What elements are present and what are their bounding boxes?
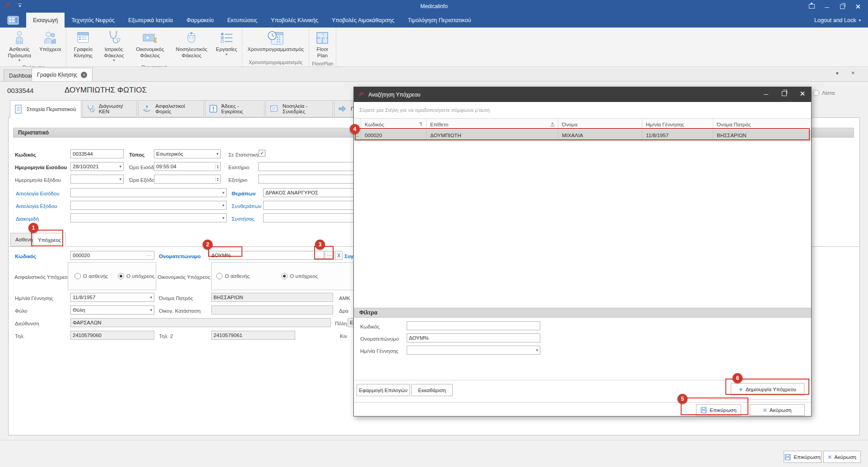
ribbon-button-ergasies[interactable]: Εργασίες ▾: [213, 28, 240, 58]
radio-o-asthenis[interactable]: Ο ασθενής: [216, 273, 250, 279]
aitiologia-in-select[interactable]: ▾: [70, 188, 227, 197]
obligor-kodikos-label[interactable]: Κωδικός: [15, 252, 36, 260]
form-tab-adeies-egkriseis[interactable]: Άδειες - Εγκρίσεις: [205, 100, 265, 117]
menu-tab-timologisi[interactable]: Τιμολόγηση Περιστατικού: [401, 13, 478, 28]
doc-tab-grafeio-kinisis[interactable]: Γραφείο Κίνησης ×: [32, 68, 93, 81]
form-tab-nosileia-synedries[interactable]: Νοσηλεία - Συνεδρίες: [265, 100, 333, 117]
onomateponymo-label[interactable]: Ονοματεπώνυμο: [159, 252, 200, 260]
subtab-ypochreos[interactable]: Υπόχρεος: [33, 233, 66, 247]
filter-icon[interactable]: [419, 122, 423, 126]
menu-tab-farmakeio[interactable]: Φαρμακείο: [180, 13, 220, 28]
ribbon-button-iatrikos-fakelos[interactable]: Ιατρικός Φάκελος ▾: [98, 28, 130, 64]
ribbon-button-astheneis-prosopa[interactable]: Ασθενείς Πρόσωπα ▾: [3, 28, 36, 64]
app-menu-button[interactable]: [0, 13, 26, 28]
chevron-down-icon: ▾: [221, 203, 224, 208]
systisas-field[interactable]: [263, 213, 356, 222]
column-header-father[interactable]: Όνομα Πατρός: [713, 119, 811, 130]
form-tab-diagnosi-ken[interactable]: Διάγνωση/ΚΕΝ: [82, 100, 137, 117]
radio-o-ypochreos[interactable]: Ο υπόχρεος: [281, 273, 318, 279]
create-obligor-button[interactable]: + Δημιουργία Υπόχρεου: [731, 383, 804, 395]
menu-tab-ypovoles-klinikis[interactable]: Υποβολές Κλινικής: [264, 13, 325, 28]
onomateponymo-clear-button[interactable]: X: [335, 251, 343, 260]
menu-tab-texnitos-nefros[interactable]: Τεχνητός Νεφρός: [65, 13, 121, 28]
typos-select[interactable]: Εσωτερικός▾: [154, 149, 221, 158]
tel-field[interactable]: 2410579060: [70, 331, 154, 340]
radio-o-ypochreos[interactable]: Ο υπόχρεος: [118, 273, 154, 279]
aitiologia-in-label[interactable]: Αιτιολογία Εισόδου: [16, 190, 59, 198]
therapon-field[interactable]: ΔΡΑΚΟΣ ΑΝΑΡΓΥΡΟΣ: [263, 188, 356, 197]
group-by-hint-bar[interactable]: Σύρετε μια Στήλη για να ομαδοποιήσετε σύ…: [354, 102, 811, 119]
dialog-maximize-button[interactable]: [775, 87, 793, 100]
fylo-select[interactable]: Θύλη▾: [70, 305, 154, 314]
eisitirio-field[interactable]: [258, 162, 356, 171]
result-row-selected[interactable]: → 000020 ΔΟΥΜΠΙΩΤΗ ΜΙΧΑΛΙΑ 11/8/1957 ΒΗΣ…: [354, 130, 811, 141]
tab-strip-close-icon[interactable]: ×: [851, 69, 855, 76]
form-tab-stoixeia-peristatikou[interactable]: Στοιχεία Περιστατικού: [10, 100, 81, 118]
exitirio-field[interactable]: [258, 175, 356, 184]
address-field[interactable]: ΦΑΡΣΑΛΩΝ: [70, 318, 331, 327]
dialog-close-button[interactable]: [793, 87, 811, 100]
footer-akyrosi-button[interactable]: × Ακύρωση: [823, 451, 861, 463]
ribbon-button-nosileftikos-fakelos[interactable]: Νοσηλευτικός Φάκελος: [170, 28, 213, 60]
logout-and-lock-button[interactable]: Logout and Lock ▾: [814, 13, 868, 28]
menu-tab-eisagogi[interactable]: Εισαγωγή: [26, 13, 65, 28]
apply-filters-button[interactable]: Εφαρμογή Επιλογών: [357, 384, 410, 396]
ellipsis-lookup-icon[interactable]: ···: [145, 253, 152, 258]
father-field[interactable]: ΒΗΣΣΑΡΙΩΝ: [211, 293, 333, 302]
sort-ascending-icon[interactable]: [551, 122, 555, 127]
date-out-select[interactable]: ▾: [70, 175, 124, 184]
menu-tab-exoterika-iatreia[interactable]: Εξωτερικά Ιατρεία: [121, 13, 180, 28]
restore-button[interactable]: [835, 0, 850, 13]
therapon-label[interactable]: Θεράπων: [232, 190, 255, 198]
spinner-icon[interactable]: ▴▾: [215, 164, 218, 169]
kodikos-field[interactable]: 0033544: [70, 149, 124, 158]
filter-birth-select[interactable]: ▾: [407, 346, 540, 355]
oikog-katastasi-field[interactable]: [211, 305, 333, 314]
column-header-kodikos[interactable]: Κωδικός: [361, 119, 427, 130]
ribbon-button-floor-plan[interactable]: Floor Plan: [311, 28, 334, 60]
diakomidi-label[interactable]: Διακομιδή: [16, 215, 39, 223]
date-in-select[interactable]: 28/10/2021▾: [70, 162, 124, 171]
ribbon-button-oikonomikos-fakelos[interactable]: Οικονομικός Φάκελος: [130, 28, 170, 60]
view-mode-lista-radio[interactable]: Λίστα: [813, 90, 835, 96]
ribbon-button-grafeio-kinisis[interactable]: Γραφείο Κίνησης: [68, 28, 98, 60]
menu-tab-ypovoles-aimokatharsis[interactable]: Υποβολές Αιμοκάθαρσης: [325, 13, 401, 28]
syntherapon-field[interactable]: [263, 201, 356, 210]
time-out-spinner[interactable]: ▴▾: [154, 175, 221, 184]
column-header-onoma[interactable]: Όνομα: [558, 119, 642, 130]
diakomidi-select[interactable]: ▾: [70, 213, 227, 222]
aitiologia-out-label[interactable]: Αιτιολογία Εξόδου: [16, 202, 57, 210]
spinner-icon[interactable]: ▴▾: [215, 177, 218, 181]
footer-epikyrosi-button[interactable]: Επικύρωση: [784, 451, 822, 463]
tab-list-caret-icon[interactable]: ▾: [836, 70, 839, 76]
dialog-epikyrosi-button[interactable]: Επικύρωση: [696, 404, 741, 416]
ribbon-pin-button[interactable]: [804, 0, 819, 13]
dialog-titlebar[interactable]: Αναζήτηση Υπόχρεου: [354, 87, 811, 102]
filter-kodikos-input[interactable]: [407, 321, 540, 330]
birth-select[interactable]: 11/8/1957▾: [70, 293, 154, 302]
tab-close-icon[interactable]: ×: [81, 72, 87, 78]
column-header-epitheto[interactable]: Επίθετο: [427, 119, 558, 130]
aitiologia-out-select[interactable]: ▾: [70, 201, 227, 210]
time-in-spinner[interactable]: 09:55:04▴▾: [154, 162, 221, 171]
syntherapon-label[interactable]: Συνθεράπων: [232, 202, 261, 210]
radio-o-asthenis[interactable]: Ο ασθενής: [74, 273, 108, 279]
minimize-button[interactable]: [819, 0, 835, 13]
dialog-akyrosi-button[interactable]: × Ακύρωση: [750, 404, 805, 416]
ribbon-button-ypochreoi[interactable]: Υπόχρεοι: [36, 28, 64, 54]
form-tab-asfalistikoi-foreis[interactable]: Ασφαλιστικοί Φορείς: [138, 100, 204, 117]
onomateponymo-lookup-button[interactable]: ···: [325, 251, 334, 260]
close-button[interactable]: [850, 0, 865, 13]
exitirio-label: Εξιτήριο: [228, 176, 247, 184]
dialog-minimize-button[interactable]: [757, 87, 775, 100]
onomateponymo-field[interactable]: ΔΟΥΜ%: [209, 251, 324, 260]
systisas-label[interactable]: Συστήσας: [232, 215, 255, 223]
ribbon-button-xronoprogrammatismos[interactable]: Χρονοπρογραμματισμός: [244, 28, 307, 54]
clear-filters-button[interactable]: Εκκαθάριση: [411, 384, 453, 396]
filter-onomateponymo-input[interactable]: ΔΟΥΜ%: [407, 333, 540, 342]
tel2-field[interactable]: 2410579061: [211, 331, 295, 340]
se-statistiki-checkbox[interactable]: ✓: [259, 150, 265, 157]
column-header-birth[interactable]: Ημ/νία Γέννησης: [642, 119, 713, 130]
obligor-kodikos-field[interactable]: 000020···: [70, 251, 154, 260]
menu-tab-ektyposeis[interactable]: Εκτυπώσεις: [220, 13, 264, 28]
